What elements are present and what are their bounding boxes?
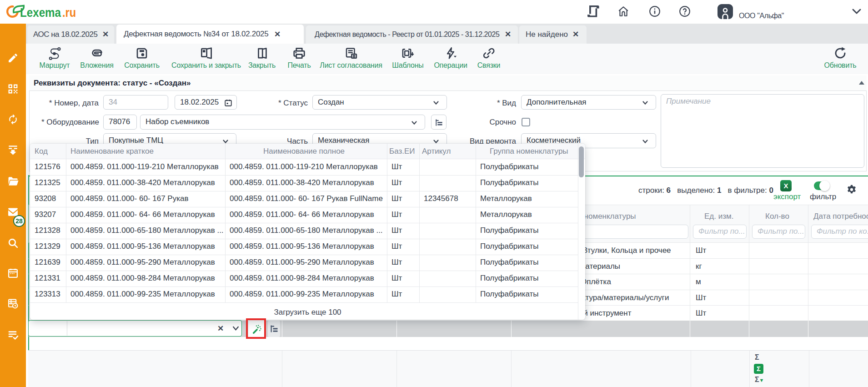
- svg-text:.ru: .ru: [62, 6, 76, 20]
- svg-text:Lexema: Lexema: [20, 6, 61, 20]
